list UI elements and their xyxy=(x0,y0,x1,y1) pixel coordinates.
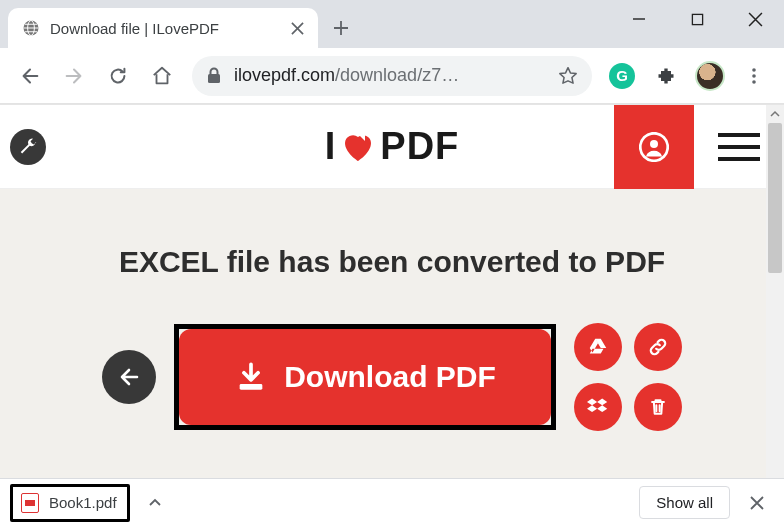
svg-point-5 xyxy=(752,74,756,78)
delete-button[interactable] xyxy=(634,383,682,431)
heart-icon xyxy=(340,129,376,165)
site-logo[interactable]: I PDF xyxy=(325,125,460,168)
download-item[interactable]: Book1.pdf xyxy=(10,484,130,522)
downloads-bar: Book1.pdf Show all xyxy=(0,478,784,526)
download-item-menu[interactable] xyxy=(138,486,172,520)
copy-link-button[interactable] xyxy=(634,323,682,371)
share-buttons xyxy=(574,323,682,431)
grammarly-extension-icon[interactable]: G xyxy=(602,56,642,96)
conversion-headline: EXCEL file has been converted to PDF xyxy=(0,245,784,279)
home-button[interactable] xyxy=(142,56,182,96)
hamburger-icon xyxy=(718,133,760,161)
logo-text-right: PDF xyxy=(380,125,459,168)
site-header-actions xyxy=(614,105,784,189)
download-icon xyxy=(234,360,268,394)
star-icon[interactable] xyxy=(558,66,578,86)
go-back-button[interactable] xyxy=(102,350,156,404)
download-pdf-button[interactable]: Download PDF xyxy=(179,329,551,425)
page-viewport: I PDF EXCEL file has been converted to P… xyxy=(0,104,784,478)
dropbox-button[interactable] xyxy=(574,383,622,431)
download-button-label: Download PDF xyxy=(284,360,496,394)
svg-rect-9 xyxy=(240,384,263,390)
site-header: I PDF xyxy=(0,105,784,189)
page-content: I PDF EXCEL file has been converted to P… xyxy=(0,104,784,478)
show-all-downloads-button[interactable]: Show all xyxy=(639,486,730,519)
forward-button[interactable] xyxy=(54,56,94,96)
tab-title: Download file | ILovePDF xyxy=(50,20,281,37)
extensions-icon[interactable] xyxy=(646,56,686,96)
minimize-button[interactable] xyxy=(610,0,668,38)
svg-point-8 xyxy=(650,140,658,148)
svg-rect-2 xyxy=(692,14,702,24)
vertical-scrollbar[interactable] xyxy=(766,105,784,478)
url-text: ilovepdf.com/download/z7… xyxy=(234,65,546,86)
scroll-up-icon[interactable] xyxy=(766,105,784,123)
logo-text-left: I xyxy=(325,125,337,168)
back-button[interactable] xyxy=(10,56,50,96)
profile-avatar[interactable] xyxy=(690,56,730,96)
download-row: Download PDF xyxy=(0,323,784,431)
tools-button[interactable] xyxy=(10,129,46,165)
scroll-thumb[interactable] xyxy=(768,123,782,273)
download-item-name: Book1.pdf xyxy=(49,494,117,511)
reload-button[interactable] xyxy=(98,56,138,96)
google-drive-button[interactable] xyxy=(574,323,622,371)
browser-toolbar: ilovepdf.com/download/z7… G xyxy=(0,48,784,104)
svg-point-4 xyxy=(752,68,756,72)
tab-strip: Download file | ILovePDF xyxy=(0,0,610,48)
svg-point-6 xyxy=(752,80,756,84)
address-bar[interactable]: ilovepdf.com/download/z7… xyxy=(192,56,592,96)
chrome-menu-icon[interactable] xyxy=(734,56,774,96)
downloads-bar-close-button[interactable] xyxy=(740,486,774,520)
maximize-button[interactable] xyxy=(668,0,726,38)
account-button[interactable] xyxy=(614,105,694,189)
new-tab-button[interactable] xyxy=(324,11,358,45)
lock-icon xyxy=(206,67,222,85)
globe-icon xyxy=(22,19,40,37)
pdf-file-icon xyxy=(21,493,39,513)
window-controls xyxy=(610,0,784,38)
window-close-button[interactable] xyxy=(726,0,784,38)
browser-tab[interactable]: Download file | ILovePDF xyxy=(8,8,318,48)
window-titlebar: Download file | ILovePDF xyxy=(0,0,784,48)
svg-rect-3 xyxy=(208,74,220,83)
close-tab-icon[interactable] xyxy=(291,22,304,35)
download-highlight-box: Download PDF xyxy=(174,324,556,430)
